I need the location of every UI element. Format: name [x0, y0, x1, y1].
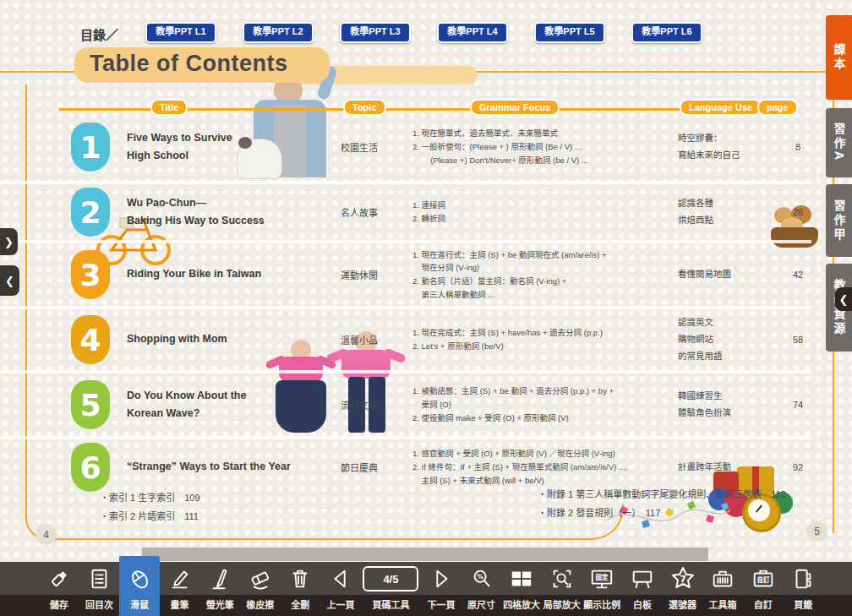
zoom-percent-icon: % — [469, 562, 494, 596]
unit-grammar: 1. 被動語態：主詞 (S) + be 動詞 + 過去分詞 (p.p.) + b… — [412, 384, 674, 424]
unit-language-use: 認識各種 烘焙西點 — [678, 195, 778, 229]
page-indicator[interactable]: 4/5 — [363, 566, 418, 591]
unit-grammar: 1. 現在完成式：主詞 (S) + have/has + 過去分詞 (p.p.)… — [412, 326, 674, 352]
appendix-list: ・附錄 1 第三人稱單數動詞字尾變化規則、動詞三態表 112 ・附錄 2 發音規… — [538, 485, 786, 522]
unit-page: 42 — [781, 270, 815, 280]
ppt-button-l6[interactable]: 教學PPT L6 — [631, 22, 702, 43]
right-panel-collapse-button[interactable]: ❮ — [835, 287, 852, 311]
mouse-icon — [127, 562, 152, 596]
unit-number-badge: 6 — [71, 443, 110, 492]
ppt-button-l2[interactable]: 教學PPT L2 — [243, 22, 314, 43]
display-ratio-button[interactable]: 固定 顯示比例 — [582, 562, 623, 616]
unit-number-badge: 4 — [71, 315, 110, 364]
highlighter-tool-button[interactable]: 螢光筆 — [199, 562, 240, 616]
unit-page: 92 — [781, 462, 815, 472]
toolbox-icon — [710, 562, 735, 596]
unit-language-use: 認識英文 購物網站 的常見用語 — [678, 314, 778, 365]
quad-zoom-button[interactable]: 四格放大 — [501, 562, 542, 616]
table-row: 4 Shopping with Mom 溫馨小品 1. 現在完成式：主詞 (S)… — [0, 309, 811, 373]
toolbox-button[interactable]: 工具箱 — [702, 562, 743, 616]
save-button[interactable]: 儲存 — [39, 562, 79, 616]
unit-page: 8 — [781, 142, 815, 152]
area-zoom-button[interactable]: 局部放大 — [542, 562, 582, 616]
left-panel-collapse-button[interactable]: ❮ — [0, 265, 19, 296]
fixed-ratio-icon: 固定 — [588, 562, 615, 596]
unit-topic: 名人故事 — [309, 205, 409, 219]
eraser-icon — [248, 562, 273, 596]
unit-title: Five Ways to Survive High School — [127, 129, 306, 166]
unit-title: Do You Know About the Korean Wave? — [127, 387, 306, 423]
unit-topic: 節日慶典 — [309, 461, 409, 474]
table-row: 5 Do You Know About the Korean Wave? 流行文… — [0, 373, 811, 439]
unit-topic: 流行文化 — [309, 398, 409, 412]
table-row: 1 Five Ways to Survive High School 校園生活 … — [0, 113, 811, 184]
left-panel-expand-button[interactable]: ❯ — [0, 228, 18, 255]
tab-workbook-jia[interactable]: 習作甲 — [826, 184, 852, 257]
svg-text:%: % — [477, 573, 483, 581]
svg-text:自訂: 自訂 — [756, 575, 769, 584]
page-number-right: 5 — [806, 521, 827, 542]
back-to-toc-button[interactable]: 回目次 — [79, 562, 120, 616]
unit-number-badge: 2 — [71, 188, 110, 237]
unit-number-badge: 1 — [71, 123, 110, 172]
number-picker-icon: 7 — [669, 562, 696, 596]
unit-topic: 運動休閒 — [309, 268, 409, 281]
unit-page: 74 — [781, 400, 815, 410]
page-tab-icon — [790, 562, 816, 596]
eraser-tool-button[interactable]: 橡皮擦 — [240, 562, 281, 616]
ppt-button-l3[interactable]: 教學PPT L3 — [340, 22, 411, 43]
column-header-grammar-focus: Grammar Focus — [470, 99, 560, 116]
unit-number-badge: 5 — [71, 380, 110, 429]
next-page-button[interactable]: 下一頁 — [421, 562, 462, 616]
column-header-page: page — [757, 99, 798, 116]
unit-page: 26 — [781, 207, 815, 217]
unit-title: Shopping with Mom — [127, 330, 306, 348]
next-page-icon — [429, 562, 454, 596]
tab-textbook[interactable]: 課本 — [826, 15, 852, 100]
unit-title: “Strange” Ways to Start the Year — [127, 458, 306, 476]
unit-title: Riding Your Bike in Taiwan — [127, 265, 306, 283]
usb-icon — [46, 562, 72, 596]
unit-grammar: 1. 感官動詞 + 受詞 (O) + 原形動詞 (V) ／現在分詞 (V-ing… — [412, 447, 674, 487]
previous-page-button[interactable]: 上一頁 — [320, 562, 361, 616]
unit-topic: 校園生活 — [309, 140, 409, 154]
area-zoom-icon — [549, 562, 575, 596]
page-tab-button[interactable]: 頁籤 — [783, 562, 823, 616]
whiteboard-icon — [630, 562, 655, 596]
horizontal-scrollbar[interactable] — [142, 548, 708, 561]
pen-tool-button[interactable]: 畫筆 — [160, 562, 200, 616]
unit-language-use: 韓國練習生 體驗角色扮演 — [678, 388, 778, 422]
custom-case-icon: 自訂 — [751, 562, 776, 596]
unit-grammar: 1. 現在進行式：主詞 (S) + be 動詞現在式 (am/are/is) +… — [412, 248, 674, 302]
index-list: ・索引 1 生字索引 109 ・索引 2 片語索引 111 — [100, 488, 200, 526]
column-header-topic: Topic — [343, 99, 386, 116]
custom-button[interactable]: 自訂 自訂 — [743, 562, 784, 616]
unit-topic: 溫馨小品 — [309, 333, 409, 346]
unit-page: 58 — [781, 335, 815, 345]
catalog-label: 目錄／ — [80, 25, 118, 43]
unit-grammar: 1. 連接詞 2. 轉折詞 — [412, 199, 674, 225]
unit-language-use: 看懂簡易地圖 — [678, 266, 778, 283]
table-row: 3 Riding Your Bike in Taiwan 運動休閒 1. 現在進… — [0, 243, 811, 309]
table-of-contents: 1 Five Ways to Survive High School 校園生活 … — [0, 113, 811, 495]
svg-text:固定: 固定 — [596, 573, 609, 581]
original-size-button[interactable]: % 原尺寸 — [462, 562, 502, 616]
page-number-tool[interactable]: 4/5 頁碼工具 — [361, 562, 421, 616]
delete-all-button[interactable]: 全刪 — [281, 562, 321, 616]
mouse-tool-button[interactable]: 滑鼠 — [119, 562, 160, 616]
prev-page-icon — [328, 562, 353, 596]
unit-title: Wu Pao-Chun— Baking His Way to Success — [127, 194, 306, 231]
quad-zoom-icon — [508, 562, 535, 596]
tab-workbook-a[interactable]: 習作A — [826, 108, 852, 177]
toc-icon — [86, 562, 112, 596]
ppt-button-l4[interactable]: 教學PPT L4 — [437, 22, 508, 43]
ppt-button-l1[interactable]: 教學PPT L1 — [145, 22, 216, 43]
unit-language-use: 計畫跨年活動 — [678, 459, 778, 476]
ppt-button-l5[interactable]: 教學PPT L5 — [534, 22, 605, 43]
number-picker-button[interactable]: 7 選號器 — [663, 562, 703, 616]
whiteboard-button[interactable]: 白板 — [622, 562, 663, 616]
unit-grammar: 1. 現在簡單式、過去簡單式、未來簡單式 2. 一般祈使句：(Please + … — [412, 127, 674, 166]
bottom-toolbar: 儲存 回目次 滑鼠 畫筆 螢光筆 橡皮擦 全刪 上一頁 — [0, 562, 852, 616]
page-title: Table of Contents — [90, 51, 288, 77]
column-header-language-use: Language Use — [680, 99, 762, 116]
